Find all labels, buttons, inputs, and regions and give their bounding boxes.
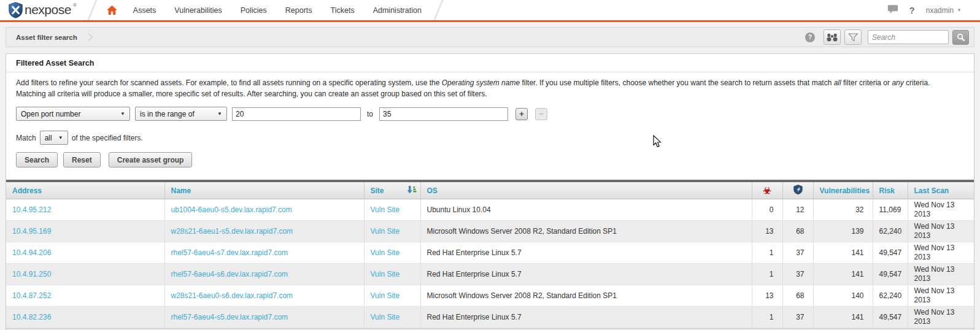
search-input[interactable] <box>868 30 949 44</box>
malware-kit-count: 1 <box>770 248 774 257</box>
site-link[interactable]: Vuln Site <box>371 291 400 300</box>
nav-item-reports[interactable]: Reports <box>285 6 312 15</box>
match-suffix-label: of the specified filters. <box>72 134 143 142</box>
column-header-name[interactable]: Name <box>164 182 364 199</box>
asset-address-link[interactable]: 10.4.95.169 <box>12 227 51 236</box>
home-house-glyph <box>107 6 117 15</box>
registered-trademark: ® <box>73 2 77 8</box>
help-icon[interactable]: ? <box>909 5 915 15</box>
nav-item-assets[interactable]: Assets <box>133 6 156 15</box>
table-row: 10.4.87.252w28s21-6aeu0-s6.dev.lax.rapid… <box>6 285 974 307</box>
asset-name-link[interactable]: w28s21-6aeu0-s6.dev.lax.rapid7.com <box>171 291 293 300</box>
context-help-icon[interactable]: ? <box>805 33 815 42</box>
breadcrumb-chevron-icon <box>85 33 93 41</box>
asset-name-link[interactable]: ub1004-6aeu0-s5.dev.lax.rapid7.com <box>171 205 292 214</box>
exploit-count: 37 <box>796 248 804 257</box>
vulnerability-count: 140 <box>851 291 863 300</box>
nexpose-logo[interactable]: nexpose ® <box>9 2 77 18</box>
last-scan-date: Wed Nov 13 2013 <box>914 201 955 218</box>
asset-address-link[interactable]: 10.4.94.206 <box>12 248 51 257</box>
site-link[interactable]: Vuln Site <box>371 313 400 321</box>
match-select[interactable]: all ▼ <box>40 131 68 145</box>
funnel-icon <box>848 33 858 42</box>
risk-score: 62,240 <box>879 291 902 300</box>
add-filter-button[interactable]: + <box>515 108 528 120</box>
risk-score: 49,547 <box>879 248 902 257</box>
site-link[interactable]: Vuln Site <box>371 248 400 257</box>
user-menu[interactable]: nxadmin ▼ <box>926 6 962 15</box>
nav-item-vulnerabilities[interactable]: Vulnerabilities <box>174 6 222 15</box>
nav-item-tickets[interactable]: Tickets <box>331 6 355 15</box>
table-row: 10.4.94.206rhel57-6aeu4-s7.dev.lax.rapid… <box>6 242 974 264</box>
filter-field-select[interactable]: Open port number ▼ <box>16 107 130 121</box>
column-header-os[interactable]: OS <box>420 182 752 199</box>
description-text: Add filters to refine your search for sc… <box>6 72 963 101</box>
asset-address-link[interactable]: 10.4.82.236 <box>12 313 51 321</box>
create-asset-group-button[interactable]: Create asset group <box>109 152 193 167</box>
asset-address-link[interactable]: 10.4.91.250 <box>12 270 51 278</box>
caret-down-icon: ▼ <box>120 111 125 117</box>
exploit-shield-icon <box>793 185 803 194</box>
match-label: Match <box>16 134 36 142</box>
site-link[interactable]: Vuln Site <box>371 270 400 278</box>
range-to-input[interactable] <box>379 107 508 121</box>
column-header-address[interactable]: Address <box>6 182 164 199</box>
page-title: Filtered Asset Search <box>6 54 974 72</box>
column-header-malware-kits[interactable]: ☣ <box>752 182 782 199</box>
home-icon[interactable] <box>107 6 117 15</box>
filter-search-button[interactable] <box>844 29 862 45</box>
risk-score: 49,547 <box>879 313 902 321</box>
vulnerability-count: 139 <box>851 227 863 236</box>
search-submit-button[interactable]: Search <box>16 152 58 167</box>
range-from-input[interactable] <box>232 107 361 121</box>
search-button[interactable] <box>952 30 969 45</box>
vulnerability-count: 141 <box>851 270 863 278</box>
asset-search-button[interactable] <box>824 29 841 45</box>
reset-button[interactable]: Reset <box>63 152 101 167</box>
sort-descending-icon[interactable] <box>407 185 417 194</box>
match-row: Match all ▼ of the specified filters. <box>6 122 974 145</box>
asset-name-link[interactable]: rhel57-6aeu4-s7.dev.lax.rapid7.com <box>171 248 288 257</box>
os-text: Microsoft Windows Server 2008 R2, Standa… <box>427 227 617 236</box>
nav-divider-slash <box>433 0 443 20</box>
nexpose-shield-icon <box>9 2 23 18</box>
filter-row: Open port number ▼ is in the range of ▼ … <box>6 101 974 122</box>
risk-score: 62,240 <box>879 227 902 236</box>
vulnerability-count: 32 <box>855 205 863 214</box>
exploit-count: 37 <box>796 313 804 321</box>
nav-item-policies[interactable]: Policies <box>241 6 267 15</box>
exploit-count: 37 <box>796 270 804 278</box>
filter-operator-select[interactable]: is in the range of ▼ <box>135 107 227 121</box>
breadcrumb[interactable]: Asset filter search <box>16 34 77 41</box>
site-link[interactable]: Vuln Site <box>371 205 400 214</box>
primary-nav: Assets Vulnerabilities Policies Reports … <box>133 6 422 15</box>
last-scan-date: Wed Nov 13 2013 <box>914 222 955 240</box>
notifications-bubble-icon[interactable] <box>887 4 898 16</box>
top-right-controls: ? nxadmin ▼ <box>887 0 962 20</box>
remove-filter-button[interactable]: − <box>535 108 547 120</box>
nav-item-administration[interactable]: Administration <box>373 6 422 15</box>
binoculars-icon <box>827 33 838 42</box>
asset-name-link[interactable]: w28s21-6aeu1-s5.dev.lax.rapid7.com <box>171 227 293 236</box>
column-header-risk[interactable]: Risk <box>873 182 908 199</box>
exploit-count: 68 <box>796 291 804 300</box>
breadcrumb-bar: Asset filter search ? <box>6 27 974 47</box>
last-scan-date: Wed Nov 13 2013 <box>914 286 955 304</box>
asset-address-link[interactable]: 10.4.87.252 <box>12 291 51 300</box>
column-header-site[interactable]: Site <box>364 182 420 199</box>
column-header-last-scan[interactable]: Last Scan <box>908 182 974 199</box>
table-row: 10.4.95.169w28s21-6aeu1-s5.dev.lax.rapid… <box>6 221 974 242</box>
exploit-count: 12 <box>796 205 804 214</box>
asset-address-link[interactable]: 10.4.95.212 <box>12 205 51 214</box>
results-table: Address Name Site OS ☣ <box>6 180 974 330</box>
column-header-exploits[interactable] <box>782 182 813 199</box>
malware-kit-count: 13 <box>765 291 773 300</box>
biohazard-malware-kit-icon: ☣ <box>763 185 771 196</box>
asset-name-link[interactable]: rhel57-6aeu4-s5.dev.lax.rapid7.com <box>171 313 288 321</box>
asset-name-link[interactable]: rhel57-6aeu4-s6.dev.lax.rapid7.com <box>171 270 288 278</box>
column-header-vulnerabilities[interactable]: Vulnerabilities <box>813 182 873 199</box>
site-link[interactable]: Vuln Site <box>371 227 400 236</box>
help-glyph: ? <box>808 34 812 40</box>
action-buttons-row: Search Reset Create asset group <box>6 145 974 176</box>
exploit-count: 68 <box>796 227 804 236</box>
